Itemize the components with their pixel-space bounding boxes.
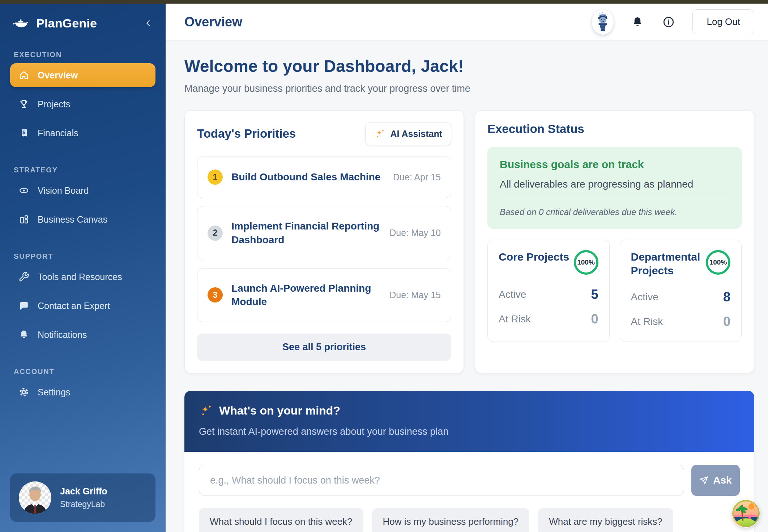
priority-item[interactable]: 1 Build Outbound Sales Machine Due: Apr … [197, 156, 451, 198]
genie-assistant-avatar[interactable] [592, 9, 614, 35]
receipt-dollar-icon: $ [18, 127, 30, 139]
priority-due-date: Due: May 15 [389, 290, 441, 300]
goals-status-note: Based on 0 critical deliverables due thi… [500, 207, 729, 217]
sidebar-item-label: Projects [38, 99, 70, 110]
stat-label: Active [499, 289, 526, 300]
stat-row: Active 5 [499, 287, 598, 302]
user-name: Jack Griffo [60, 486, 107, 497]
stat-label: Active [631, 291, 658, 303]
logo-text: PlanGenie [36, 16, 136, 30]
suggestion-chip[interactable]: How is my business performing? [372, 508, 530, 532]
chevron-left-icon [144, 18, 153, 28]
priority-item[interactable]: 3 Launch AI-Powered Planning Module Due:… [197, 268, 451, 322]
suggestion-chip[interactable]: What should I focus on this week? [199, 508, 363, 532]
sidebar-item-business-canvas[interactable]: Business Canvas [10, 207, 155, 231]
stat-row: Active 8 [631, 289, 731, 305]
sidebar-item-notifications[interactable]: Notifications [10, 323, 155, 347]
priorities-card-header: Today's Priorities AI Assistant [197, 122, 451, 145]
stat-rows: Active 8 At Risk 0 [631, 289, 731, 329]
goals-status-subtitle: All deliverables are progressing as plan… [500, 179, 729, 199]
priorities-title: Today's Priorities [197, 127, 296, 141]
ask-ai-title: What's on your mind? [219, 404, 340, 417]
page-header: Overview [166, 4, 768, 40]
ask-input-row: Ask [199, 465, 740, 496]
ask-ai-subtitle: Get instant AI-powered answers about you… [199, 426, 740, 437]
ask-button-label: Ask [713, 475, 731, 486]
eye-icon [18, 185, 30, 196]
notifications-bell-button[interactable] [630, 15, 645, 29]
suggestion-chips: What should I focus on this week? How is… [199, 508, 740, 532]
send-icon [699, 476, 709, 485]
sidebar-item-label: Tools and Resources [38, 272, 122, 282]
sidebar-item-projects[interactable]: Projects [10, 92, 155, 116]
stat-label: At Risk [499, 313, 531, 325]
stat-row: At Risk 0 [499, 312, 598, 327]
sidebar-item-label: Vision Board [38, 185, 89, 196]
progress-ring: 100% [706, 250, 730, 275]
sparkle-icon [374, 128, 385, 139]
priority-rank-badge: 2 [208, 226, 223, 241]
sidebar-item-contact-expert[interactable]: Contact an Expert [10, 294, 155, 318]
sidebar-collapse-button[interactable] [141, 16, 155, 30]
sidebar-item-settings[interactable]: Settings [10, 380, 155, 404]
logout-button[interactable]: Log Out [692, 9, 754, 34]
progress-ring: 100% [574, 250, 598, 275]
logo[interactable]: PlanGenie [10, 16, 155, 30]
stat-title: Core Projects [499, 250, 569, 264]
sidebar-section-account: ACCOUNT [14, 368, 155, 376]
sidebar-item-label: Contact an Expert [38, 301, 110, 311]
priority-item[interactable]: 2 Implement Financial Reporting Dashboar… [197, 206, 451, 260]
goals-status-title: Business goals are on track [500, 158, 729, 171]
stat-header: Core Projects 100% [499, 250, 598, 275]
sidebar-section-support: SUPPORT [14, 252, 155, 261]
user-avatar [19, 481, 51, 514]
sidebar-item-vision-board[interactable]: Vision Board [10, 179, 155, 202]
stat-rows: Active 5 At Risk 0 [499, 287, 598, 327]
ask-button[interactable]: Ask [691, 465, 740, 496]
priority-due-date: Due: Apr 15 [393, 172, 441, 183]
sidebar-item-tools-resources[interactable]: Tools and Resources [10, 265, 155, 289]
sparkle-icon [199, 404, 213, 417]
execution-status-title: Execution Status [487, 122, 742, 136]
wrench-icon [18, 271, 30, 283]
user-profile-card[interactable]: Jack Griffo StrategyLab [10, 473, 155, 522]
info-icon [662, 16, 675, 28]
project-stats-row: Core Projects 100% Active 5 At Risk [487, 240, 742, 342]
bell-icon [18, 329, 30, 340]
suggestion-chip[interactable]: What are my biggest risks? [538, 508, 673, 532]
ai-assistant-button[interactable]: AI Assistant [365, 122, 451, 145]
bell-icon [631, 16, 644, 28]
ask-ai-banner: What's on your mind? Get instant AI-powe… [184, 391, 754, 452]
sidebar-item-financials[interactable]: $ Financials [10, 121, 155, 145]
sidebar: PlanGenie EXECUTION Overview Projects [0, 4, 166, 532]
priority-rank-badge: 3 [208, 287, 223, 303]
priority-title: Build Outbound Sales Machine [231, 170, 380, 184]
ask-question-input[interactable] [199, 465, 684, 496]
welcome-subtitle: Manage your business priorities and trac… [184, 83, 754, 94]
priority-title: Implement Financial Reporting Dashboard [231, 219, 381, 247]
info-button[interactable] [661, 15, 676, 29]
sidebar-item-label: Business Canvas [38, 214, 107, 225]
stat-row: At Risk 0 [631, 314, 731, 329]
stat-title: Departmental Projects [631, 250, 702, 277]
svg-text:$: $ [22, 129, 26, 135]
content: Welcome to your Dashboard, Jack! Manage … [166, 40, 768, 532]
stat-value: 5 [591, 287, 598, 302]
see-all-priorities-button[interactable]: See all 5 priorities [197, 334, 451, 361]
stat-header: Departmental Projects 100% [631, 250, 731, 277]
welcome-title: Welcome to your Dashboard, Jack! [184, 56, 754, 76]
stat-value: 8 [723, 289, 730, 305]
ai-assistant-label: AI Assistant [390, 129, 442, 139]
sidebar-section-execution: EXECUTION [14, 51, 155, 59]
sidebar-item-label: Notifications [38, 330, 87, 340]
genie-lamp-icon [12, 17, 31, 29]
window-top-bar [0, 0, 768, 4]
beach-theme-button[interactable] [732, 499, 760, 528]
chat-bubble-icon [18, 300, 30, 312]
sidebar-item-label: Settings [38, 387, 70, 398]
sidebar-item-overview[interactable]: Overview [10, 63, 155, 87]
dashboard-cards-row: Today's Priorities AI Assistant 1 [184, 110, 754, 373]
priority-due-date: Due: May 10 [389, 228, 441, 238]
departmental-projects-stat-card: Departmental Projects 100% Active 8 At R… [620, 240, 742, 342]
beach-island-icon [732, 499, 760, 528]
